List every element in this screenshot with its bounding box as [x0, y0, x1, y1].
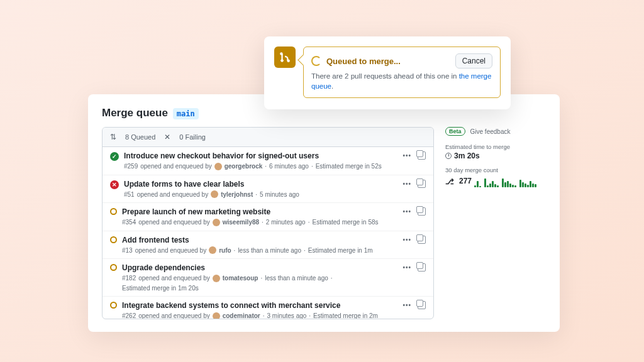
row-title[interactable]: Add frontend tests [122, 236, 397, 246]
count-label: 30 day merge count [445, 167, 546, 173]
clock-icon [445, 153, 452, 159]
page-title-text: Merge queue [102, 107, 168, 119]
queue-row[interactable]: Integrate backend systems to connect wit… [103, 297, 433, 319]
count-value: ⎇ 277 [445, 175, 546, 187]
queue-row[interactable]: ✓Introduce new checkout behavior for sig… [103, 147, 433, 175]
branch-pill[interactable]: main [173, 108, 199, 119]
row-title[interactable]: Introduce new checkout behavior for sign… [124, 151, 397, 162]
avatar [211, 190, 218, 198]
copy-icon[interactable] [418, 263, 426, 272]
merge-icon [274, 47, 296, 68]
queued-count[interactable]: 8 Queued [125, 133, 155, 141]
row-meta: #259 opened and enqueued by georgebrock … [124, 163, 397, 170]
callout-title: Queued to merge... [326, 57, 450, 66]
copy-icon[interactable] [418, 301, 426, 309]
row-meta: #262 opened and enqueued by codeminator … [122, 312, 397, 319]
copy-icon[interactable] [418, 151, 426, 160]
row-title[interactable]: Integrate backend systems to connect wit… [122, 301, 397, 311]
x-circle-icon: ✕ [110, 180, 119, 189]
queue-row[interactable]: Add frontend tests#13 opened and enqueue… [103, 231, 433, 260]
pending-icon [110, 236, 117, 243]
cancel-button[interactable]: Cancel [455, 53, 492, 69]
kebab-icon[interactable]: ••• [402, 180, 411, 187]
row-title[interactable]: Update forms to have clear labels [124, 180, 397, 190]
spinner-icon [311, 56, 321, 66]
queue-list: ⇅ 8 Queued ✕ 0 Failing ✓Introduce new ch… [102, 127, 434, 319]
callout-body: There are 2 pull requests ahead of this … [311, 71, 492, 91]
queue-row[interactable]: ✕Update forms to have clear labels#51 op… [103, 175, 433, 204]
kebab-icon[interactable]: ••• [402, 264, 411, 271]
copy-icon[interactable] [418, 180, 426, 188]
copy-icon[interactable] [418, 236, 426, 244]
copy-icon[interactable] [418, 207, 426, 216]
merge-queue-panel: Merge queue main ⇅ 8 Queued ✕ 0 Failing … [88, 94, 560, 332]
row-title[interactable]: Upgrade dependencies [122, 263, 397, 273]
kebab-icon[interactable]: ••• [402, 302, 411, 309]
row-title[interactable]: Prepare launch of new marketing website [122, 207, 397, 217]
eta-value: 3m 20s [445, 151, 546, 160]
beta-badge: Beta [445, 127, 465, 136]
avatar [214, 163, 222, 170]
eta-label: Estimated time to merge [445, 143, 546, 150]
kebab-icon[interactable]: ••• [402, 208, 411, 215]
failing-count[interactable]: 0 Failing [179, 133, 206, 141]
callout-bubble: Queued to merge... Cancel There are 2 pu… [303, 47, 501, 98]
kebab-icon[interactable]: ••• [402, 236, 411, 243]
kebab-icon[interactable]: ••• [402, 152, 411, 159]
git-pull-request-icon: ⇅ [110, 133, 116, 141]
merge-callout: Queued to merge... Cancel There are 2 pu… [264, 36, 511, 109]
pulse-icon: ⎇ [445, 177, 454, 186]
x-icon: ✕ [164, 133, 170, 141]
check-icon: ✓ [110, 152, 119, 161]
avatar [209, 246, 216, 254]
queue-row[interactable]: Prepare launch of new marketing website#… [103, 203, 433, 231]
queue-row[interactable]: Upgrade dependencies#182 opened and enqu… [103, 259, 433, 297]
pending-icon [110, 302, 117, 309]
feedback-link[interactable]: Give feedback [470, 128, 511, 135]
avatar [213, 275, 220, 282]
row-meta: #182 opened and enqueued by tomatesoup ·… [122, 275, 397, 292]
sidebar: Beta Give feedback Estimated time to mer… [445, 127, 546, 319]
queue-list-header: ⇅ 8 Queued ✕ 0 Failing [103, 128, 433, 147]
row-meta: #51 opened and enqueued by tylerjohnst ·… [124, 190, 397, 198]
row-meta: #354 opened and enqueued by wiseemily88 … [122, 219, 397, 226]
pending-icon [110, 208, 117, 215]
row-meta: #13 opened and enqueued by rufo · less t… [122, 246, 397, 254]
avatar [213, 312, 220, 319]
sparkline [474, 175, 536, 187]
pending-icon [110, 264, 117, 271]
avatar [213, 219, 220, 226]
